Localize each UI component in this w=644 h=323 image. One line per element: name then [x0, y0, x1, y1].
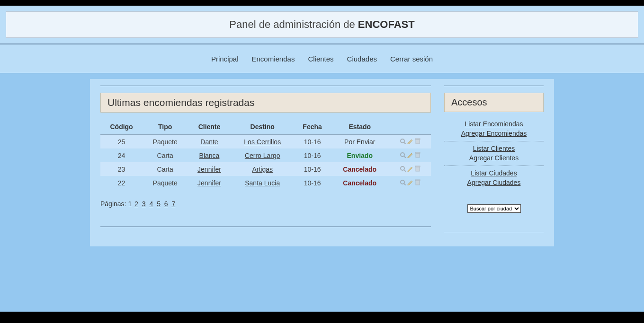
page-link[interactable]: 3 — [142, 200, 146, 208]
sidebar-link[interactable]: Agregar Clientes — [444, 154, 544, 163]
destination-link[interactable]: Cerro Largo — [245, 152, 280, 159]
page-title: Panel de administración de ENCOFAST — [6, 11, 638, 38]
delete-icon[interactable] — [414, 165, 421, 172]
sidebar-group: Listar ClientesAgregar Clientes — [444, 141, 544, 166]
divider — [444, 86, 544, 86]
cell-fecha: 10-16 — [294, 162, 331, 176]
svg-rect-10 — [416, 167, 420, 171]
svg-point-12 — [401, 180, 404, 184]
cell-destino: Artigas — [231, 162, 294, 176]
cell-cliente: Dante — [188, 135, 231, 149]
cell-codigo: 25 — [100, 135, 143, 149]
table-row: 25PaqueteDanteLos Cerrillos10-16Por Envi… — [100, 135, 431, 149]
edit-icon[interactable] — [407, 179, 413, 185]
svg-rect-15 — [415, 180, 420, 181]
svg-line-1 — [404, 142, 406, 144]
cell-fecha: 10-16 — [294, 135, 331, 149]
page-current: 1 — [128, 200, 132, 208]
sidebar-link[interactable]: Agregar Encomiendas — [444, 129, 544, 139]
client-link[interactable]: Jennifer — [197, 166, 221, 173]
cell-destino: Los Cerrillos — [231, 135, 294, 149]
svg-line-13 — [404, 183, 406, 185]
client-link[interactable]: Dante — [200, 138, 218, 146]
section-title: Ultimas encomiendas registradas — [100, 93, 431, 113]
svg-rect-14 — [416, 181, 420, 185]
client-link[interactable]: Blanca — [199, 152, 220, 159]
svg-rect-11 — [415, 166, 420, 167]
cell-actions — [389, 162, 431, 176]
nav-item-4[interactable]: Cerrar sesión — [390, 55, 433, 63]
table-row: 24CartaBlancaCerro Largo10-16Enviado — [100, 148, 431, 162]
main-nav: PrincipalEncomiendasClientesCiudadesCerr… — [0, 44, 644, 73]
sidebar-title: Accesos — [444, 93, 544, 112]
edit-icon[interactable] — [407, 165, 413, 172]
cell-cliente: Jennifer — [188, 176, 231, 190]
pagination-label: Páginas: — [100, 200, 126, 208]
cell-codigo: 23 — [100, 162, 143, 176]
nav-item-2[interactable]: Clientes — [308, 55, 333, 63]
table-row: 23CartaJenniferArtigas10-16Cancelado — [100, 162, 431, 176]
column-header: Código — [100, 119, 143, 135]
cell-destino: Cerro Largo — [231, 148, 294, 162]
cell-cliente: Jennifer — [188, 162, 231, 176]
view-icon[interactable] — [399, 138, 406, 144]
cell-cliente: Blanca — [188, 148, 231, 162]
title-brand: ENCOFAST — [358, 18, 415, 30]
nav-item-3[interactable]: Ciudades — [347, 55, 377, 63]
content: Ultimas encomiendas registradas CódigoTi… — [90, 79, 554, 246]
title-prefix: Panel de administración de — [229, 18, 358, 30]
column-header: Cliente — [188, 119, 231, 135]
cell-actions — [389, 135, 431, 149]
divider — [100, 86, 431, 86]
edit-icon[interactable] — [407, 151, 413, 158]
sidebar-link[interactable]: Listar Ciudades — [444, 169, 544, 178]
cell-codigo: 22 — [100, 176, 143, 190]
cell-tipo: Carta — [143, 148, 188, 162]
sidebar-link[interactable]: Listar Encomiendas — [444, 120, 544, 129]
cell-destino: Santa Lucia — [231, 176, 294, 190]
divider — [100, 227, 431, 227]
column-header-actions — [389, 119, 431, 135]
city-search-select[interactable]: Buscar por ciudad — [467, 204, 521, 213]
column-header: Estado — [331, 119, 389, 135]
nav-item-1[interactable]: Encomiendas — [252, 55, 295, 63]
view-icon[interactable] — [399, 179, 406, 185]
page-link[interactable]: 5 — [157, 200, 161, 208]
edit-icon[interactable] — [407, 138, 413, 144]
client-link[interactable]: Jennifer — [197, 179, 221, 187]
top-black-bar — [0, 0, 644, 6]
sidebar-link[interactable]: Listar Clientes — [444, 144, 544, 154]
destination-link[interactable]: Santa Lucia — [245, 179, 280, 187]
cell-tipo: Paquete — [143, 135, 188, 149]
svg-rect-6 — [416, 153, 420, 157]
nav-item-0[interactable]: Principal — [211, 55, 239, 63]
delete-icon[interactable] — [414, 179, 421, 185]
destination-link[interactable]: Artigas — [252, 166, 273, 173]
view-icon[interactable] — [399, 165, 406, 172]
svg-rect-2 — [416, 140, 420, 144]
cell-fecha: 10-16 — [294, 148, 331, 162]
cell-estado: Cancelado — [331, 176, 389, 190]
cell-actions — [389, 148, 431, 162]
divider — [444, 232, 544, 232]
column-header: Tipo — [143, 119, 188, 135]
svg-point-4 — [401, 153, 404, 157]
sidebar-link[interactable]: Agregar Ciudades — [444, 178, 544, 188]
page-link[interactable]: 7 — [172, 200, 176, 208]
delete-icon[interactable] — [414, 138, 421, 144]
svg-rect-7 — [415, 152, 420, 153]
svg-point-8 — [401, 166, 404, 170]
sidebar-group: Listar CiudadesAgregar Ciudades — [444, 166, 544, 190]
cell-tipo: Carta — [143, 162, 188, 176]
page-link[interactable]: 2 — [134, 200, 138, 208]
page-link[interactable]: 6 — [164, 200, 168, 208]
svg-line-9 — [404, 170, 406, 172]
delete-icon[interactable] — [414, 151, 421, 158]
sidebar-links: Listar EncomiendasAgregar EncomiendasLis… — [444, 112, 544, 195]
column-header: Destino — [231, 119, 294, 135]
svg-rect-3 — [415, 139, 420, 140]
view-icon[interactable] — [399, 151, 406, 158]
page-link[interactable]: 4 — [149, 200, 153, 208]
table-row: 22PaqueteJenniferSanta Lucia10-16Cancela… — [100, 176, 431, 190]
destination-link[interactable]: Los Cerrillos — [244, 138, 281, 146]
